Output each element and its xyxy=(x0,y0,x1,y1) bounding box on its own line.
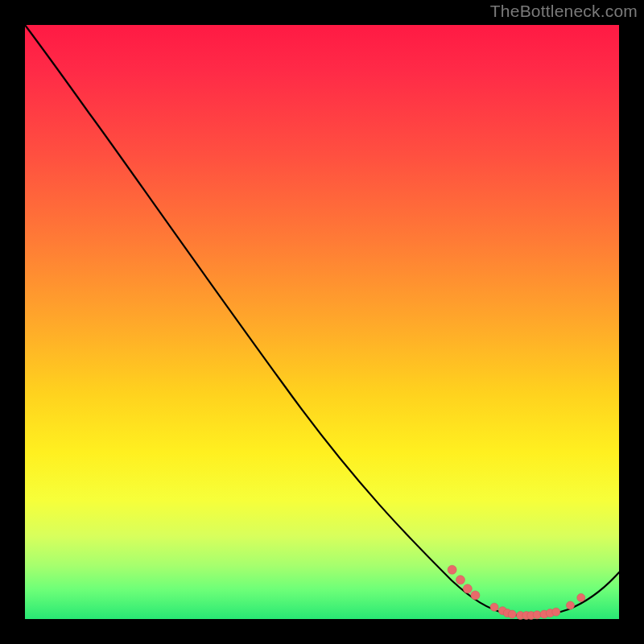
chart-frame: TheBottleneck.com xyxy=(0,0,644,644)
bottleneck-curve xyxy=(25,25,619,616)
marker-dot xyxy=(448,565,456,574)
marker-dot xyxy=(456,576,464,584)
marker-dot xyxy=(552,608,560,616)
watermark-text: TheBottleneck.com xyxy=(490,2,638,21)
curve-svg xyxy=(25,25,619,619)
marker-dot xyxy=(463,584,472,593)
marker-dot xyxy=(533,611,541,619)
plot-area xyxy=(25,25,619,619)
marker-dot xyxy=(566,601,574,609)
marker-dot xyxy=(577,593,585,601)
marker-dot xyxy=(508,610,516,618)
marker-dot xyxy=(490,603,498,611)
marker-dot xyxy=(471,591,480,600)
